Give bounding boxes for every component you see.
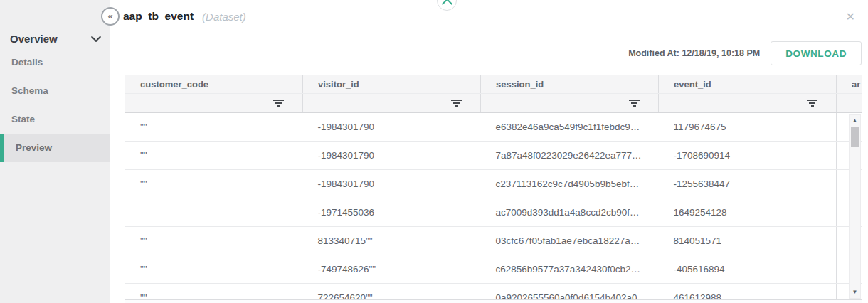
filter-cell <box>481 94 659 113</box>
table-cell: ac7009d393dd1a4a8ccd2cb90f… <box>481 198 659 227</box>
table-cell: -749748626"" <box>303 255 481 284</box>
table-cell: "" <box>125 227 303 255</box>
filter-icon[interactable] <box>451 100 462 107</box>
column-header-customer_code[interactable]: customer_code <box>125 75 303 94</box>
page-title: aap_tb_event <box>123 10 194 23</box>
toolbar: Modified At: 12/18/19, 10:18 PM DOWNLOAD <box>628 41 862 65</box>
collapse-panel-button[interactable] <box>437 0 457 11</box>
filter-icon[interactable] <box>273 100 284 107</box>
close-icon: ✕ <box>846 10 855 23</box>
table-cell: 813340715"" <box>303 227 481 255</box>
filter-row <box>125 94 862 113</box>
table-cell: c237113162c9c7d4905b9b5ebf… <box>481 170 659 198</box>
chevron-up-icon <box>442 0 453 9</box>
filter-cell <box>837 94 862 113</box>
preview-table: customer_codevisitor_idsession_idevent_i… <box>125 75 862 303</box>
table-cell: -1984301790 <box>303 142 481 170</box>
table-cell: c62856b9577a37a342430f0cb2… <box>481 255 659 284</box>
table-cell: e6382e46a9ca549f9c1f1febdc9… <box>481 113 659 142</box>
sidebar-item-preview[interactable]: Preview <box>0 134 110 162</box>
table-row[interactable]: -1971455036ac7009d393dd1a4a8ccd2cb90f…16… <box>125 198 862 227</box>
horizontal-scroll-track <box>125 299 862 303</box>
table-cell <box>125 198 303 227</box>
table-cell: -405616894 <box>659 255 837 284</box>
page-subtitle: (Dataset) <box>202 11 246 23</box>
table-row[interactable]: ""-19843017907a87a48f0223029e26422ea777…… <box>125 142 862 170</box>
column-header-session_id[interactable]: session_id <box>481 75 659 94</box>
filter-icon[interactable] <box>629 100 640 107</box>
column-header-visitor_id[interactable]: visitor_id <box>303 75 481 94</box>
chevron-down-icon <box>91 32 101 42</box>
filter-cell <box>125 94 303 113</box>
dataset-preview-panel: Overview Details Schema State Preview « … <box>0 0 868 303</box>
double-chevron-left-icon: « <box>107 11 112 21</box>
table-cell: "" <box>125 142 303 170</box>
table-cell: 814051571 <box>659 227 837 255</box>
sidebar-item-schema[interactable]: Schema <box>0 77 110 105</box>
table-cell: -1984301790 <box>303 113 481 142</box>
panel-header: « aap_tb_event (Dataset) ✕ <box>110 0 868 33</box>
table-cell: 1179674675 <box>659 113 837 142</box>
table-cell: "" <box>125 255 303 284</box>
main-panel: « aap_tb_event (Dataset) ✕ Modified At: … <box>110 0 868 303</box>
column-header-event_id[interactable]: event_id <box>659 75 837 94</box>
table-cell: 1649254128 <box>659 198 837 227</box>
table-cell: "" <box>125 113 303 142</box>
data-grid: customer_codevisitor_idsession_idevent_i… <box>125 75 862 303</box>
column-header-ar[interactable]: ar <box>837 75 862 94</box>
table-cell: -1984301790 <box>303 170 481 198</box>
download-button[interactable]: DOWNLOAD <box>771 41 862 65</box>
sidebar: Overview Details Schema State Preview <box>0 0 110 303</box>
sidebar-section-label: Overview <box>10 33 58 45</box>
table-cell: 03cfc67f05fab1ae7ebca18227a… <box>481 227 659 255</box>
filter-cell <box>659 94 837 113</box>
scroll-down-icon[interactable]: ▼ <box>850 289 860 295</box>
table-row[interactable]: ""-1984301790c237113162c9c7d4905b9b5ebf…… <box>125 170 862 198</box>
column-header-row: customer_codevisitor_idsession_idevent_i… <box>125 75 862 94</box>
sidebar-item-state[interactable]: State <box>0 105 110 134</box>
table-cell: -1971455036 <box>303 198 481 227</box>
filter-icon[interactable] <box>807 100 817 107</box>
vertical-scrollbar[interactable]: ▲ ▼ <box>849 114 861 299</box>
sidebar-item-details[interactable]: Details <box>0 48 110 77</box>
close-button[interactable]: ✕ <box>842 0 859 33</box>
table-cell: 7a87a48f0223029e26422ea777… <box>481 142 659 170</box>
table-row[interactable]: ""813340715""03cfc67f05fab1ae7ebca18227a… <box>125 227 862 255</box>
table-row[interactable]: ""-749748626""c62856b9577a37a342430f0cb2… <box>125 255 862 284</box>
scrollbar-thumb[interactable] <box>851 127 859 147</box>
table-cell: -1708690914 <box>659 142 837 170</box>
collapse-sidebar-button[interactable]: « <box>101 7 120 26</box>
table-cell: "" <box>125 170 303 198</box>
modified-at-label: Modified At: 12/18/19, 10:18 PM <box>628 48 760 58</box>
table-cell: -1255638447 <box>659 170 837 198</box>
sidebar-section-overview[interactable]: Overview <box>0 28 110 48</box>
table-row[interactable]: ""-1984301790e6382e46a9ca549f9c1f1febdc9… <box>125 113 862 142</box>
sidebar-items: Details Schema State Preview <box>0 48 110 162</box>
scroll-up-icon[interactable]: ▲ <box>850 117 860 124</box>
filter-cell <box>303 94 481 113</box>
